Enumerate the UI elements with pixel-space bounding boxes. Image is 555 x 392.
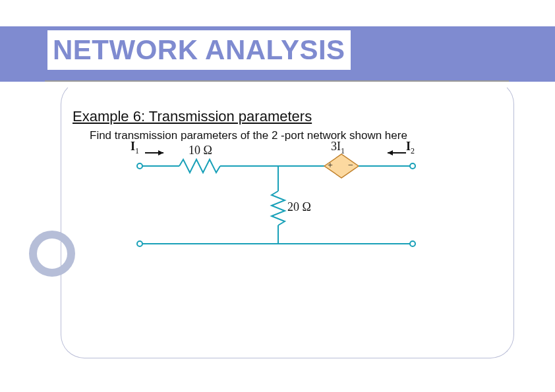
svg-marker-15 bbox=[388, 150, 393, 155]
svg-point-1 bbox=[137, 241, 142, 246]
svg-point-2 bbox=[410, 163, 415, 169]
circuit-svg bbox=[129, 145, 423, 257]
label-i2: I2 bbox=[406, 140, 415, 156]
circuit-diagram: I1 I2 10 Ω 20 Ω 3I1 + − bbox=[129, 145, 423, 257]
label-i1: I1 bbox=[131, 140, 139, 156]
label-plus: + bbox=[328, 160, 333, 171]
svg-point-0 bbox=[137, 163, 142, 169]
svg-point-3 bbox=[410, 241, 415, 246]
label-dep: 3I1 bbox=[331, 140, 345, 156]
svg-marker-13 bbox=[158, 150, 163, 155]
label-minus: − bbox=[348, 160, 353, 171]
bullet-ring-icon bbox=[29, 231, 75, 277]
slide: NETWORK ANALYSIS Example 6: Transmission… bbox=[0, 0, 555, 392]
example-heading: Example 6: Transmission parameters bbox=[73, 108, 312, 125]
page-title: NETWORK ANALYSIS bbox=[47, 30, 351, 70]
label-r1: 10 Ω bbox=[189, 144, 212, 157]
label-r2: 20 Ω bbox=[287, 200, 311, 214]
